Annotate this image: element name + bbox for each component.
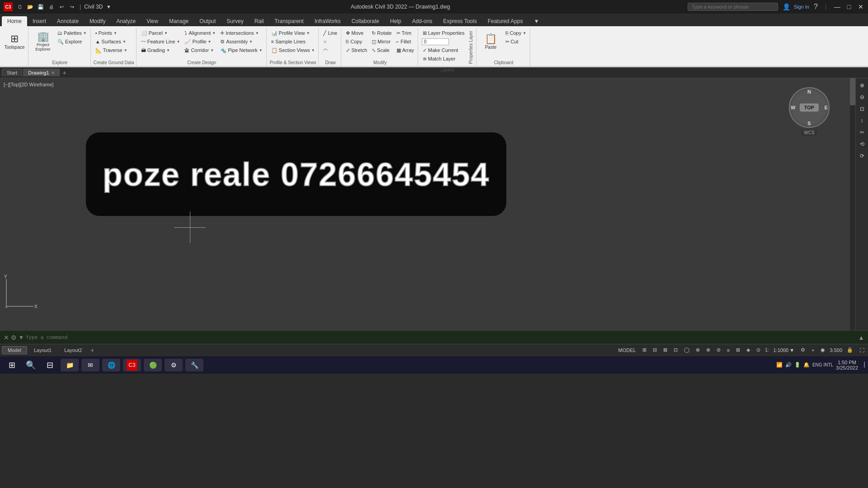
btn-model-status[interactable]: MODEL [617,347,638,353]
btn-palettes[interactable]: 🗂 Palettes ▼ [56,29,89,37]
btn-match-layer[interactable]: ≋ Match Layer [421,55,467,63]
taskbar-file-explorer[interactable]: 📁 [61,359,79,371]
cmd-cancel[interactable]: ✕ [4,334,9,341]
btn-arc[interactable]: ◠ [321,46,339,54]
tab-rail[interactable]: Rail [249,16,269,26]
tab-express[interactable]: Express Tools [438,16,482,26]
tab-close-drawing1[interactable]: ✕ [51,70,55,75]
system-clock[interactable]: 1:50 PM 3/25/2022 [836,360,858,371]
qa-dropdown[interactable]: ▼ [104,2,113,11]
btn-sc[interactable]: ⊙ [755,347,762,353]
btn-lock-ui[interactable]: 🔒 [845,347,855,353]
taskbar-notification-icon[interactable]: 🔔 [803,362,810,368]
btn-grid[interactable]: ⊞ [641,347,648,353]
taskbar-mail[interactable]: ✉ [81,359,99,371]
btn-array[interactable]: ▦ Array [395,46,416,54]
btn-points[interactable]: • Points ▼ [94,29,129,37]
maximize-button[interactable]: □ [845,3,853,10]
btn-rotate[interactable]: ↻ Rotate [370,29,393,37]
tab-add-button[interactable]: + [61,69,69,77]
layer-selector[interactable]: 0 [421,38,467,46]
tab-start[interactable]: Start [2,69,22,76]
tab-insert[interactable]: Insert [27,16,52,26]
tab-annotate[interactable]: Annotate [52,16,84,26]
layout-tab-layout2[interactable]: Layout2 [58,346,88,354]
tab-collaborate[interactable]: Collaborate [346,16,384,26]
btn-copy[interactable]: ⎘ Copy [344,38,369,46]
qa-print[interactable]: 🖨 [47,2,56,11]
qa-new[interactable]: 🗋 [15,2,24,11]
btn-profile[interactable]: 📈 Profile ▼ [183,38,217,46]
tab-help[interactable]: Help [385,16,407,26]
taskbar-settings[interactable]: ⚙ [165,359,183,371]
rs-btn-6[interactable]: ⟲ [857,139,868,150]
tab-addons[interactable]: Add-ons [406,16,438,26]
rs-btn-1[interactable]: ⊕ [857,80,868,91]
tab-featured[interactable]: Featured Apps [482,16,528,26]
btn-parcel[interactable]: ⬜ Parcel ▼ [139,29,182,37]
btn-explore[interactable]: 🔍 Explore [56,38,89,46]
btn-feature-line[interactable]: 〰 Feature Line ▼ [139,38,182,46]
qa-redo[interactable]: ↪ [67,2,76,11]
btn-polar[interactable]: ⊡ [672,347,679,353]
help-icon[interactable]: ? [814,3,818,11]
btn-move[interactable]: ✥ Move [344,29,369,37]
btn-fullscreen[interactable]: ⛶ [858,347,866,353]
btn-grading[interactable]: 🏔 Grading ▼ [139,46,182,54]
cmd-settings[interactable]: ⚙ [11,334,17,341]
btn-ducs[interactable]: ⊗ [704,347,712,353]
sign-in-link[interactable]: Sign In [794,4,809,9]
tab-home[interactable]: Home [2,16,27,26]
rs-btn-2[interactable]: ⊖ [857,92,868,103]
btn-ortho[interactable]: ⊠ [661,347,669,353]
btn-isolate[interactable]: ◉ [819,347,827,353]
taskbar-battery-icon[interactable]: 🔋 [794,362,801,368]
layout-tab-model[interactable]: Model [2,346,27,354]
btn-surfaces[interactable]: ▲ Surfaces ▼ [94,38,129,46]
btn-paste[interactable]: 📋 Paste [479,29,503,54]
taskbar-civil3d[interactable]: C3 [123,359,141,371]
btn-profile-view[interactable]: 📊 Profile View ▼ [269,29,317,37]
taskbar-edge[interactable]: 🌐 [102,359,120,371]
btn-stretch[interactable]: ⤢ Stretch [344,46,369,54]
btn-qp[interactable]: ◈ [745,347,752,353]
btn-otrack[interactable]: ⊕ [694,347,702,353]
btn-dyn[interactable]: ⊘ [715,347,722,353]
btn-line[interactable]: ╱ Line [321,29,339,37]
tab-survey[interactable]: Survey [221,16,249,26]
btn-pipe-network[interactable]: 🔩 Pipe Network ▼ [218,46,264,54]
tab-transparent[interactable]: Transparent [269,16,309,26]
btn-layer-properties[interactable]: ⊞ Layer Properties [421,29,467,37]
tab-manage[interactable]: Manage [164,16,194,26]
btn-mirror[interactable]: ◫ Mirror [370,38,393,46]
title-search-input[interactable] [688,3,778,11]
btn-snap[interactable]: ⊟ [651,347,659,353]
drawing-area[interactable]: [−][Top][2D Wireframe] poze reale 072666… [0,78,868,330]
btn-corridor[interactable]: 🛣 Corridor ▼ [183,46,217,54]
cmd-dropdown[interactable]: ▼ [19,334,24,341]
taskbar-show-desktop[interactable]: ▕ [861,362,864,368]
btn-toolspace[interactable]: ⊞ Toolspace [3,29,26,54]
command-input[interactable] [26,335,856,340]
taskbar-chrome[interactable]: 🟢 [144,359,162,371]
btn-make-current[interactable]: ✓ Make Current [421,46,467,54]
btn-project-explorer[interactable]: 🏢 ProjectExplorer [31,29,55,54]
btn-copy-clipboard[interactable]: ⎘ Copy ▼ [504,29,528,37]
qa-open[interactable]: 📂 [26,2,35,11]
btn-trim[interactable]: ✂ Trim [395,29,416,37]
cmd-scroll[interactable]: ▲ [858,334,864,341]
rs-btn-7[interactable]: ⟳ [857,150,868,161]
tab-more[interactable]: ▼ [528,16,545,26]
tab-infraworks[interactable]: InfraWorks [309,16,346,26]
tab-drawing1[interactable]: Drawing1 ✕ [23,69,59,76]
btn-sample-lines[interactable]: ≡ Sample Lines [269,38,317,46]
btn-plus-status[interactable]: + [810,347,816,353]
btn-fillet[interactable]: ⌐ Fillet [395,38,416,46]
btn-intersections[interactable]: ✛ Intersections ▼ [218,29,264,37]
btn-tp[interactable]: ⊞ [734,347,742,353]
close-button[interactable]: ✕ [857,3,864,10]
tab-view[interactable]: View [141,16,164,26]
tab-analyze[interactable]: Analyze [111,16,141,26]
scrollbar-thumb[interactable] [850,78,855,105]
layout-tab-layout1[interactable]: Layout1 [28,346,57,354]
